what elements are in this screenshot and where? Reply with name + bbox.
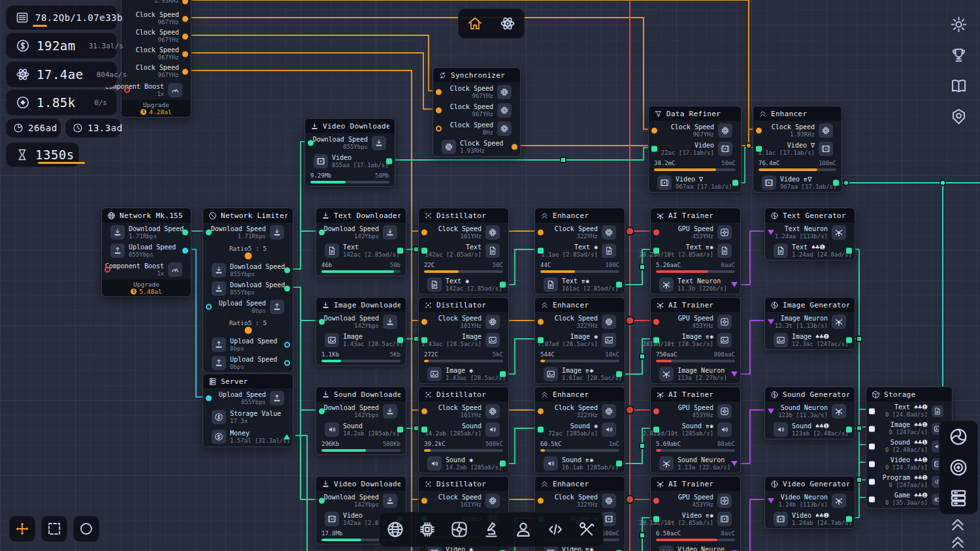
node-header[interactable]: Enhancer [535, 298, 625, 313]
output-port[interactable] [397, 338, 403, 343]
node-header[interactable]: Video Downloader [316, 477, 406, 492]
panel-target-button[interactable] [946, 455, 971, 480]
toolbar-code-button[interactable] [542, 516, 568, 543]
output-port[interactable] [397, 248, 403, 254]
sidebar-badge-button[interactable] [947, 105, 970, 127]
input-port[interactable] [653, 427, 659, 433]
storage-input-port[interactable] [869, 461, 875, 467]
node-sound-generator[interactable]: Sound GeneratorSound Neuron123b [11.3a/s… [764, 386, 855, 439]
node-header[interactable]: AI Trainer [651, 208, 740, 223]
node-header[interactable]: Video Downloader [305, 119, 395, 134]
node-distillator-2[interactable]: DistillatorClock Speed161YHzImage1.43ac … [418, 297, 509, 384]
node-header[interactable]: Distillator [419, 387, 508, 402]
input-port[interactable] [538, 248, 544, 254]
node-header[interactable]: Data Refiner [649, 106, 741, 121]
input-port[interactable] [653, 319, 659, 325]
storage-input-port[interactable] [869, 496, 875, 502]
toolbar-chip-button[interactable] [414, 516, 440, 543]
toolbar-person-button[interactable] [510, 516, 536, 543]
node-image-downloader[interactable]: Image DownloaderDownload Speed142YbpsIma… [316, 297, 406, 366]
node-distillator-3[interactable]: DistillatorClock Speed161YHzSound14.2ab … [418, 386, 509, 473]
tool-move-button[interactable] [9, 516, 35, 542]
node-header[interactable]: Network Mk.155 [102, 208, 191, 223]
output-port[interactable] [284, 342, 290, 348]
storage-input-port[interactable] [869, 408, 875, 414]
home-button[interactable] [463, 12, 487, 35]
input-port[interactable] [538, 409, 544, 415]
node-ai-trainer-3[interactable]: AI TrainerGPU Speed453YHzSound ⇈✱2.82ad/… [650, 386, 741, 473]
node-header[interactable]: Enhancer [535, 387, 625, 402]
output-port[interactable] [846, 338, 852, 343]
node-video-downloader-1[interactable]: Video DownloaderDownload Speed855YbpsVid… [304, 118, 395, 187]
node-image-generator[interactable]: Image GeneratorImage Neuron12.3t [1.13b/… [764, 297, 855, 350]
scroll-up-button[interactable] [947, 516, 969, 533]
node-enhancer-top[interactable]: EnhancerClock Speed1.93RHzVideo ∇1.1ac [… [753, 106, 842, 193]
node-enhancer-3[interactable]: EnhancerClock Speed322YHzSound ✱72ac [28… [534, 386, 625, 473]
output-port[interactable] [846, 427, 852, 433]
panel-server-button[interactable] [946, 486, 971, 511]
toolbar-engine-button[interactable] [446, 516, 472, 543]
research-button[interactable] [496, 12, 519, 35]
output-port[interactable] [731, 461, 738, 466]
node-ai-trainer-2[interactable]: AI TrainerGPU Speed453YHzImage ⇈✱281ad/1… [650, 297, 741, 384]
scroll-up-button[interactable] [947, 533, 969, 550]
input-port[interactable] [436, 108, 442, 114]
input-port[interactable] [538, 427, 544, 433]
node-header[interactable]: Synchronizer [433, 68, 520, 83]
ratio-slider-knob[interactable] [244, 326, 252, 334]
node-text-generator[interactable]: Text GeneratorText Neuron1.24aa [113b/s]… [764, 208, 855, 260]
node-header[interactable]: Distillator [419, 477, 508, 492]
output-port[interactable] [386, 159, 392, 165]
node-synchronizer[interactable]: SynchronizerClock Speed967YHzClock Speed… [433, 67, 521, 157]
node-header[interactable]: Video Generator [765, 477, 855, 492]
input-port[interactable] [538, 498, 544, 504]
input-port[interactable] [421, 230, 427, 236]
input-port[interactable] [421, 248, 427, 254]
node-header[interactable]: Enhancer [753, 106, 841, 121]
input-port[interactable] [319, 319, 325, 325]
storage-input-port[interactable] [869, 426, 875, 432]
node-ai-trainer-4[interactable]: AI TrainerGPU Speed453YHzVideo ⇈✱28.1ac/… [650, 476, 741, 551]
output-port[interactable] [500, 282, 506, 288]
sidebar-trophy-button[interactable] [947, 44, 970, 66]
input-port[interactable] [421, 319, 427, 325]
boost-port[interactable] [105, 267, 110, 273]
input-port[interactable] [653, 248, 659, 254]
input-port[interactable] [538, 319, 544, 325]
output-port[interactable] [512, 144, 517, 150]
node-server[interactable]: ServerUpload Speed855YbpsStorage Value17… [203, 373, 293, 447]
node-header[interactable]: AI Trainer [651, 387, 740, 402]
node-text-downloader[interactable]: Text DownloaderDownload Speed142YbpsText… [316, 208, 406, 276]
node-distillator-1[interactable]: DistillatorClock Speed161YHzText142ac [2… [418, 208, 509, 294]
input-port[interactable] [319, 498, 325, 504]
output-port[interactable] [397, 427, 403, 433]
output-port[interactable] [732, 180, 738, 186]
output-port[interactable] [846, 248, 852, 254]
output-port[interactable] [846, 516, 852, 522]
sidebar-book-button[interactable] [947, 74, 970, 97]
input-port[interactable] [756, 128, 762, 134]
output-port[interactable] [616, 371, 622, 377]
output-port[interactable] [731, 371, 738, 377]
output-port[interactable] [500, 461, 506, 467]
node-data-refiner[interactable]: Data RefinerClock Speed967YHzVideo22ac [… [648, 106, 742, 193]
input-port[interactable] [308, 140, 314, 146]
toolbar-tools-button[interactable] [574, 516, 600, 543]
output-port[interactable] [616, 461, 622, 467]
node-ai-trainer-1[interactable]: AI TrainerGPU Speed453YHzText ⇈✱28.2ae/1… [650, 208, 741, 294]
storage-input-port[interactable] [869, 479, 875, 484]
node-header[interactable]: Distillator [419, 208, 508, 223]
output-port[interactable] [616, 282, 622, 288]
input-port[interactable] [421, 409, 427, 415]
tool-circle-button[interactable] [73, 516, 99, 542]
node-header[interactable]: Sound Generator [765, 387, 855, 402]
node-header[interactable]: Image Downloader [316, 298, 406, 313]
sidebar-gear-button[interactable] [947, 13, 970, 35]
node-enhancer-2[interactable]: EnhancerClock Speed322YHzImage ✱7.07ad [… [534, 297, 625, 384]
input-port[interactable] [653, 498, 659, 504]
input-port[interactable] [653, 338, 659, 343]
input-port[interactable] [768, 409, 774, 414]
input-port[interactable] [206, 230, 212, 236]
input-port[interactable] [319, 230, 325, 236]
output-port[interactable] [182, 248, 188, 254]
